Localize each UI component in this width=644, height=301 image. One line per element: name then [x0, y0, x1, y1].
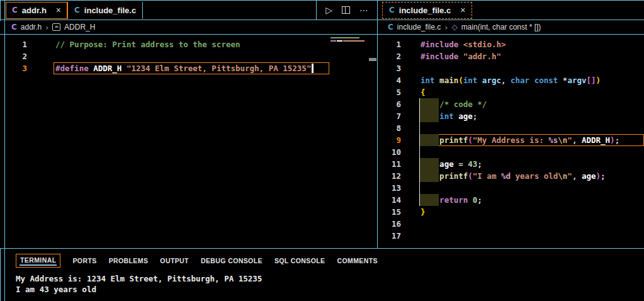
- panel-tab-sql-console[interactable]: SQL CONSOLE: [274, 257, 325, 264]
- line-number[interactable]: 2: [5, 52, 54, 61]
- breadcrumb-symbol-right[interactable]: main(int, char const * []): [461, 23, 541, 31]
- line-content[interactable]: int age;: [419, 110, 644, 122]
- tab-label: include_file.c: [84, 6, 136, 15]
- panel-tab-problems[interactable]: PROBLEMS: [109, 257, 149, 264]
- panel-tab-ports[interactable]: PORTS: [72, 257, 96, 264]
- line-number[interactable]: 11: [378, 159, 419, 169]
- more-actions-button[interactable]: ⋯: [359, 5, 368, 15]
- code-line-5[interactable]: 5{: [378, 86, 644, 98]
- line-content[interactable]: #include <stdio.h>: [419, 38, 644, 50]
- code-line-17[interactable]: 17: [378, 230, 644, 242]
- line-number[interactable]: 4: [378, 76, 419, 85]
- code-line-7[interactable]: 7 int age;: [378, 110, 644, 122]
- minimap[interactable]: [330, 37, 367, 43]
- vertical-scrollbar[interactable]: [368, 35, 377, 248]
- panel-tab-terminal[interactable]: TERMINAL: [16, 254, 60, 268]
- panel-tab-debug-console[interactable]: DEBUG CONSOLE: [201, 257, 263, 264]
- line-content[interactable]: age = 43;: [419, 158, 644, 170]
- run-code-button[interactable]: ▷: [325, 5, 332, 15]
- line-number[interactable]: 6: [378, 99, 419, 109]
- line-content[interactable]: [419, 218, 644, 230]
- code-line-2[interactable]: 2: [5, 50, 377, 62]
- line-content[interactable]: [419, 146, 644, 158]
- line-number[interactable]: 14: [378, 195, 419, 205]
- code-line-11[interactable]: 11 age = 43;: [378, 158, 644, 170]
- line-number[interactable]: 1: [378, 40, 419, 49]
- terminal-output: My Address is: 1234 Elm Street, Pittsbur…: [0, 268, 644, 295]
- code-line-14[interactable]: 14 return 0;: [378, 194, 644, 206]
- line-number[interactable]: 3: [5, 64, 54, 73]
- line-content[interactable]: int main(int argc, char const *argv[]): [419, 74, 644, 86]
- line-number[interactable]: 2: [378, 52, 419, 61]
- code-line-4[interactable]: 4int main(int argc, char const *argv[]): [378, 74, 644, 86]
- line-number[interactable]: 3: [378, 64, 419, 73]
- close-icon[interactable]: ×: [56, 5, 61, 15]
- code-line-8[interactable]: 8: [378, 122, 644, 134]
- code-line-2[interactable]: 2#include "addr.h": [378, 50, 644, 62]
- line-number[interactable]: 9: [378, 135, 419, 145]
- line-number[interactable]: 5: [378, 88, 419, 97]
- line-number[interactable]: 8: [378, 123, 419, 133]
- right-group-tab-bar: Cinclude_file.c×: [378, 1, 644, 20]
- split-editor-button[interactable]: [342, 6, 350, 14]
- line-content[interactable]: printf("My Address is: %s\n", ADDR_H);: [419, 134, 644, 146]
- breadcrumb-file-right[interactable]: include_file.c: [397, 23, 441, 31]
- line-number[interactable]: 1: [5, 40, 54, 49]
- breadcrumb-symbol-left[interactable]: ADDR_H: [64, 23, 95, 31]
- tab-addr.h[interactable]: Caddr.h×: [6, 2, 68, 19]
- scrollbar-thumb[interactable]: [369, 58, 376, 61]
- token: #include: [421, 40, 458, 49]
- token: ": [567, 171, 572, 181]
- editor-pane-addr-h[interactable]: 1// Purpose: Print address to the screen…: [0, 35, 378, 248]
- line-number[interactable]: 13: [378, 183, 419, 193]
- line-content[interactable]: [419, 62, 644, 74]
- line-content[interactable]: #include "addr.h": [419, 50, 644, 62]
- code-line-13[interactable]: 13: [378, 182, 644, 194]
- token: ): [596, 171, 601, 181]
- code-addr-h: 1// Purpose: Print address to the screen…: [5, 35, 377, 74]
- code-line-1[interactable]: 1// Purpose: Print address to the screen: [5, 38, 377, 50]
- line-content[interactable]: [419, 230, 644, 242]
- code-line-10[interactable]: 10: [378, 146, 644, 158]
- line-content[interactable]: }: [419, 206, 644, 218]
- line-number[interactable]: 7: [378, 111, 419, 121]
- panel-tab-comments[interactable]: COMMENTS: [337, 257, 378, 264]
- code-line-16[interactable]: 16: [378, 218, 644, 230]
- line-number[interactable]: 15: [378, 207, 419, 217]
- line-content[interactable]: // Purpose: Print address to the screen: [54, 38, 329, 50]
- code-line-3[interactable]: 3#define ADDR_H "1234 Elm Street, Pittsb…: [5, 62, 377, 74]
- code-line-1[interactable]: 1#include <stdio.h>: [378, 38, 644, 50]
- minimap-segment: [343, 40, 364, 42]
- c-file-icon: C: [74, 6, 80, 14]
- line-number[interactable]: 17: [378, 231, 419, 241]
- line-content[interactable]: [419, 182, 644, 194]
- panel-tab-output[interactable]: OUTPUT: [160, 257, 189, 264]
- editor-pane-include-file-c[interactable]: 1#include <stdio.h>2#include "addr.h"34i…: [378, 35, 644, 248]
- code-line-3[interactable]: 3: [378, 62, 644, 74]
- indent-highlight: [420, 110, 439, 122]
- c-source-file-icon: C: [388, 23, 393, 31]
- line-number[interactable]: 16: [378, 219, 419, 229]
- tab-include_file.c[interactable]: Cinclude_file.c×: [382, 2, 472, 19]
- code-line-15[interactable]: 15}: [378, 206, 644, 218]
- token: *: [558, 76, 567, 85]
- tab-label: addr.h: [22, 6, 47, 15]
- line-content[interactable]: printf("I am %d years old\n", age);: [419, 170, 644, 182]
- token: argc: [482, 76, 501, 85]
- line-content[interactable]: return 0;: [419, 194, 644, 206]
- breadcrumb-file-left[interactable]: addr.h: [21, 23, 42, 31]
- line-content[interactable]: {: [419, 86, 644, 98]
- line-number[interactable]: 12: [378, 171, 419, 181]
- line-number[interactable]: 10: [378, 147, 419, 157]
- tab-include_file.c[interactable]: Cinclude_file.c: [68, 2, 143, 19]
- line-content[interactable]: [54, 50, 329, 62]
- code-line-12[interactable]: 12 printf("I am %d years old\n", age);: [378, 170, 644, 182]
- code-line-9[interactable]: 9 printf("My Address is: %s\n", ADDR_H);: [378, 134, 644, 146]
- close-icon[interactable]: ×: [460, 5, 465, 15]
- line-content[interactable]: [419, 122, 644, 134]
- line-content[interactable]: #define ADDR_H "1234 Elm Street, Pittsbu…: [54, 62, 329, 74]
- code-line-6[interactable]: 6 /* code */: [378, 98, 644, 110]
- token: "1234 Elm Street, Pittsburgh, PA 15235": [127, 64, 312, 73]
- line-content[interactable]: /* code */: [419, 98, 644, 110]
- token: return: [439, 195, 468, 205]
